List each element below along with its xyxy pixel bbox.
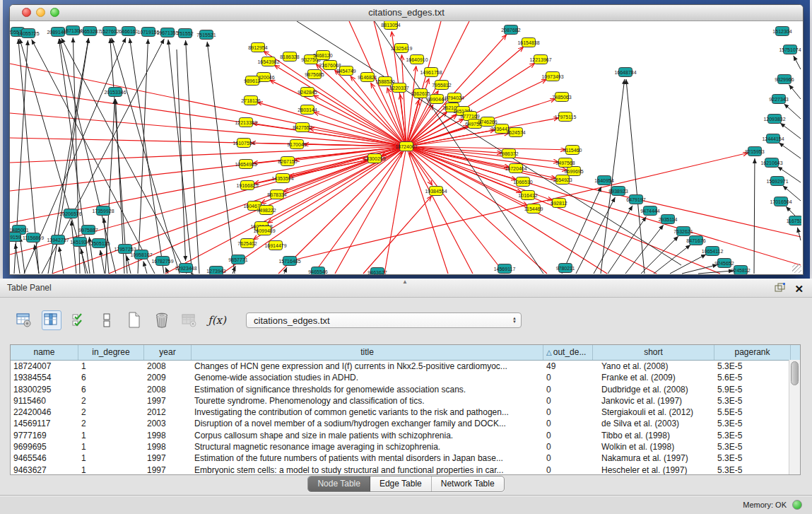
graph-node[interactable]: 16210643 xyxy=(760,158,782,168)
network-canvas[interactable]: 2055713140557252089140618713041065328715… xyxy=(10,21,803,274)
network-table-select[interactable]: citations_edges.txt ▲▼ xyxy=(246,313,522,328)
graph-node[interactable]: 751552 xyxy=(177,29,193,38)
graph-node[interactable]: 12093832 xyxy=(763,115,785,124)
graph-node[interactable]: 7986372 xyxy=(499,149,518,158)
table-row[interactable]: 1872400712008Changes of HCN gene express… xyxy=(11,361,800,372)
table-mode-button[interactable] xyxy=(97,310,117,330)
graph-node[interactable]: 12923448 xyxy=(175,264,196,273)
graph-node[interactable]: 9780211 xyxy=(556,264,575,273)
graph-node[interactable]: 17359928 xyxy=(92,206,114,216)
graph-node[interactable]: 8220337 xyxy=(389,83,408,93)
graph-node[interactable]: 17016504 xyxy=(770,197,792,206)
float-panel-icon[interactable] xyxy=(775,282,786,296)
graph-node[interactable]: 1016412 xyxy=(518,191,537,200)
graph-node[interactable]: 1640954 xyxy=(594,176,613,185)
create-column-button[interactable] xyxy=(124,310,144,330)
graph-node[interactable]: 9115460 xyxy=(563,146,582,155)
graph-node[interactable]: 15751074 xyxy=(779,45,801,54)
column-options-button[interactable] xyxy=(14,310,34,330)
graph-node[interactable]: 1512304 xyxy=(772,27,792,36)
graph-node[interactable]: 3624574 xyxy=(506,128,525,137)
table-row[interactable]: 946362711997Embryonic stem cells: a mode… xyxy=(11,465,800,475)
graph-node[interactable]: 989612 xyxy=(244,76,260,86)
graph-node[interactable]: 19166825 xyxy=(236,181,258,190)
graph-node[interactable]: 692812 xyxy=(551,199,567,208)
graph-node[interactable]: 20153346 xyxy=(104,88,126,97)
graph-node[interactable]: 16154838 xyxy=(517,38,539,47)
graph-node[interactable]: 1154469 xyxy=(524,204,543,214)
table-row[interactable]: 977716911998Corpus callosum shape and si… xyxy=(11,430,800,441)
graph-node[interactable]: 10654112 xyxy=(702,247,724,256)
graph-node[interactable]: 12213967 xyxy=(529,55,551,64)
graph-node[interactable]: 7485063 xyxy=(552,93,571,102)
graph-node[interactable]: 17975115 xyxy=(555,112,577,122)
graph-node[interactable]: 9498222 xyxy=(257,206,276,215)
graph-node[interactable]: 2087682 xyxy=(501,25,520,35)
graph-node[interactable]: 8186328 xyxy=(280,52,299,62)
graph-node[interactable]: 8215953 xyxy=(745,147,764,156)
row-selection-button[interactable] xyxy=(69,310,89,330)
delete-column-button[interactable] xyxy=(152,310,172,330)
graph-node[interactable]: 1066510 xyxy=(513,177,532,187)
graph-node[interactable]: 1451934 xyxy=(70,238,89,247)
column-header-in-degree[interactable]: in_degree xyxy=(78,345,144,360)
close-panel-icon[interactable]: ✕ xyxy=(794,284,804,294)
graph-node[interactable]: 7955812 xyxy=(432,81,451,90)
table-row[interactable]: 1830029562008Estimation of significance … xyxy=(11,384,800,395)
network-svg[interactable]: 2055713140557252089140618713041065328715… xyxy=(10,21,801,274)
graph-node[interactable]: 2718126 xyxy=(241,96,260,105)
graph-node[interactable]: 10654985 xyxy=(235,160,257,169)
graph-node[interactable]: 16648784 xyxy=(614,68,636,77)
graph-node[interactable]: 9975887 xyxy=(78,226,98,235)
graph-node[interactable]: 5468120 xyxy=(313,51,332,60)
table-row[interactable]: 911546021997Tourette syndrome. Phenomeno… xyxy=(11,395,800,407)
graph-node[interactable]: 2935114 xyxy=(659,215,678,224)
graph-node[interactable]: 7632621 xyxy=(673,227,693,236)
table-row[interactable]: 2242004622012Investigating the contribut… xyxy=(11,407,800,418)
memory-indicator[interactable] xyxy=(792,500,802,510)
graph-node[interactable]: 9699695 xyxy=(564,167,583,176)
network-window-titlebar[interactable]: citations_edges.txt xyxy=(10,5,803,21)
graph-node[interactable]: 8267150 xyxy=(278,157,297,166)
graph-node[interactable]: 9746266 xyxy=(478,117,497,127)
graph-node[interactable]: 16543982 xyxy=(257,57,279,66)
graph-node[interactable]: 10973493 xyxy=(541,72,563,81)
graph-node[interactable]: 16107554 xyxy=(233,139,254,148)
show-hide-columns-button[interactable] xyxy=(42,310,61,330)
table-row[interactable]: 946554611997Estimation of the future num… xyxy=(11,452,800,464)
graph-node[interactable]: 9465546 xyxy=(308,267,327,275)
graph-node[interactable]: 9242845 xyxy=(298,88,317,97)
graph-node[interactable]: 9474444 xyxy=(640,206,659,216)
graph-node[interactable]: 19671355 xyxy=(156,28,178,37)
graph-node[interactable]: 6479197 xyxy=(626,195,645,204)
graph-node[interactable]: 12444154 xyxy=(762,134,784,144)
graph-node[interactable]: 39159 xyxy=(10,233,21,242)
graph-node[interactable]: 9227343 xyxy=(769,95,788,104)
graph-node[interactable]: 8454749 xyxy=(336,66,355,76)
resize-grip[interactable] xyxy=(792,264,801,273)
graph-node[interactable]: 8813054 xyxy=(381,21,400,30)
column-header-title[interactable]: title xyxy=(192,345,543,360)
column-header-year[interactable]: year xyxy=(144,345,192,360)
table-row[interactable]: 969969511998Structural magnetic resonanc… xyxy=(11,441,800,452)
graph-node[interactable]: 8938923 xyxy=(608,187,628,196)
graph-node[interactable]: 13942737 xyxy=(47,235,69,245)
graph-node[interactable]: 1167533 xyxy=(787,216,801,226)
graph-node[interactable]: 9245812 xyxy=(731,266,750,275)
graph-node[interactable]: 16782759 xyxy=(151,257,173,266)
column-header-out-de-[interactable]: △out_de... xyxy=(543,345,593,360)
graph-node[interactable]: 9245652 xyxy=(714,259,734,268)
tab-edge-table[interactable]: Edge Table xyxy=(370,477,432,491)
panel-splitter-handle[interactable]: ▲ xyxy=(402,279,408,285)
column-header-name[interactable]: name xyxy=(11,345,78,360)
graph-node[interactable]: 9794024 xyxy=(445,93,464,103)
graph-node[interactable]: 6466161 xyxy=(119,27,138,36)
table-row[interactable]: 1938455462009Genome-wide association stu… xyxy=(11,372,800,383)
column-header-short[interactable]: short xyxy=(593,345,714,360)
graph-node[interactable]: 9146821 xyxy=(358,73,377,82)
graph-node[interactable]: 9497568 xyxy=(555,158,575,168)
column-header-pagerank[interactable]: pagerank xyxy=(714,345,791,360)
graph-node[interactable]: 9170045 xyxy=(287,140,306,149)
graph-node[interactable]: 7515521 xyxy=(196,30,216,40)
graph-node[interactable]: 15692971 xyxy=(766,177,788,186)
